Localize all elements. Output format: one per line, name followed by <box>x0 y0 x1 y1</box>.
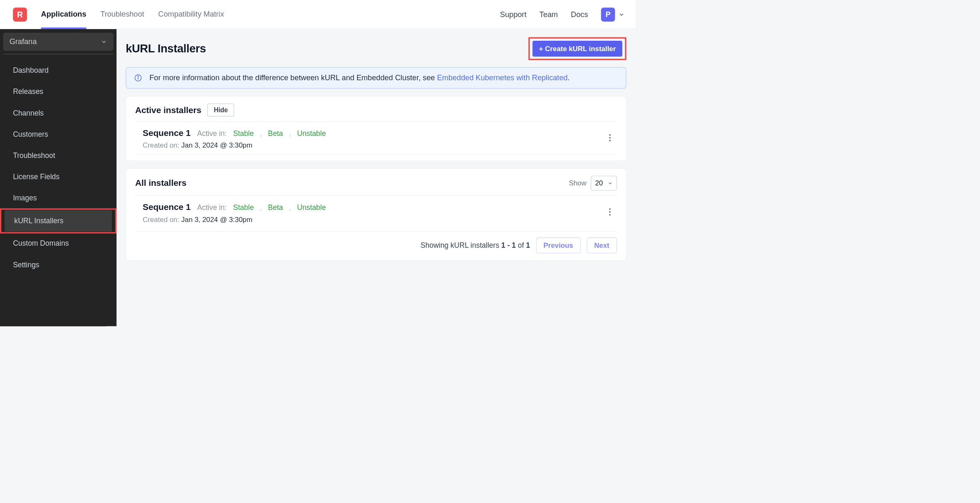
sidebar: Grafana Dashboard Releases Channels Cust… <box>0 29 116 326</box>
created-line: Created on: Jan 3, 2024 @ 3:30pm <box>143 141 326 150</box>
created-line: Created on: Jan 3, 2024 @ 3:30pm <box>143 215 326 224</box>
app-selector-label: Grafana <box>10 37 37 46</box>
chevron-down-icon <box>608 181 613 186</box>
svg-point-5 <box>609 140 611 141</box>
created-label: Created on: <box>143 215 179 223</box>
user-menu[interactable]: P <box>601 7 625 22</box>
channel-stable[interactable]: Stable <box>233 204 254 212</box>
topright-support[interactable]: Support <box>500 10 527 19</box>
installer-row: Sequence 1 Active in: Stable, Beta, Unst… <box>135 127 617 154</box>
card-title: All installers <box>135 178 186 188</box>
page-title: kURL Installers <box>126 42 206 55</box>
all-installers-card: All installers Show 20 Sequence 1 Active… <box>126 168 626 261</box>
highlight-box: + Create kURL installer <box>528 37 626 60</box>
previous-button[interactable]: Previous <box>536 237 581 253</box>
active-installers-card: Active installers Hide Sequence 1 Active… <box>126 96 626 161</box>
card-title: Active installers <box>135 105 201 115</box>
topright-docs[interactable]: Docs <box>571 10 588 19</box>
main: kURL Installers + Create kURL installer … <box>116 29 636 326</box>
show-label: Show <box>569 179 587 187</box>
channel-beta[interactable]: Beta <box>268 204 283 212</box>
channel-unstable[interactable]: Unstable <box>297 129 326 138</box>
info-icon <box>134 74 142 81</box>
logo[interactable]: R <box>13 7 27 22</box>
info-banner: For more information about the differenc… <box>126 67 626 89</box>
divider <box>135 121 617 122</box>
page-size-value: 20 <box>595 179 603 187</box>
topnav: Applications Troubleshoot Compatibility … <box>41 0 224 29</box>
info-text: For more information about the differenc… <box>149 74 569 82</box>
sidebar-item-kurl-installers[interactable]: kURL Installers <box>5 210 112 232</box>
topnav-troubleshoot[interactable]: Troubleshoot <box>100 0 144 29</box>
sequence-name: Sequence 1 <box>143 202 191 212</box>
topbar: R Applications Troubleshoot Compatibilit… <box>0 0 636 29</box>
card-header: Active installers Hide <box>135 104 617 116</box>
svg-point-8 <box>609 214 611 216</box>
topright-team[interactable]: Team <box>539 10 558 19</box>
sidebar-item-license-fields[interactable]: License Fields <box>3 166 114 187</box>
pagination-text: Showing kURL installers 1 - 1 of 1 <box>421 241 530 249</box>
sidebar-item-images[interactable]: Images <box>3 187 114 209</box>
create-kurl-installer-button[interactable]: + Create kURL installer <box>532 41 622 57</box>
kebab-icon <box>609 208 611 216</box>
highlight-box: kURL Installers <box>0 208 116 233</box>
channel-stable[interactable]: Stable <box>233 129 254 138</box>
svg-point-3 <box>609 134 611 136</box>
page-size-select[interactable]: 20 <box>591 176 617 191</box>
svg-point-2 <box>138 76 139 77</box>
info-text-suffix: . <box>568 74 570 82</box>
chevron-down-icon <box>101 39 107 45</box>
svg-point-7 <box>609 211 611 213</box>
row-menu-button[interactable] <box>606 133 614 142</box>
sequence-name: Sequence 1 <box>143 128 191 138</box>
sidebar-item-channels[interactable]: Channels <box>3 102 114 123</box>
card-header: All installers Show 20 <box>135 176 617 191</box>
sidebar-item-settings[interactable]: Settings <box>3 254 114 276</box>
next-button[interactable]: Next <box>587 237 617 253</box>
pagination: Showing kURL installers 1 - 1 of 1 Previ… <box>135 237 617 255</box>
active-in-label: Active in: <box>197 129 227 138</box>
created-value: Jan 3, 2024 @ 3:30pm <box>181 141 252 149</box>
sidebar-item-customers[interactable]: Customers <box>3 124 114 145</box>
row-menu-button[interactable] <box>606 207 614 216</box>
installer-row: Sequence 1 Active in: Stable, Beta, Unst… <box>135 201 617 229</box>
created-value: Jan 3, 2024 @ 3:30pm <box>181 215 252 223</box>
divider <box>135 195 617 196</box>
divider <box>3 54 114 54</box>
app-selector[interactable]: Grafana <box>3 33 114 51</box>
info-text-prefix: For more information about the differenc… <box>149 74 437 82</box>
sidebar-item-releases[interactable]: Releases <box>3 81 114 102</box>
avatar: P <box>601 7 615 22</box>
topnav-compat-matrix[interactable]: Compatibility Matrix <box>158 0 224 29</box>
sidebar-item-troubleshoot[interactable]: Troubleshoot <box>3 145 114 166</box>
sidebar-item-custom-domains[interactable]: Custom Domains <box>3 233 114 254</box>
channel-unstable[interactable]: Unstable <box>297 204 326 212</box>
svg-point-4 <box>609 137 611 138</box>
info-link[interactable]: Embedded Kubernetes with Replicated <box>437 74 568 82</box>
divider <box>135 155 617 155</box>
pagination-prefix: Showing kURL installers <box>421 241 501 249</box>
chevron-down-icon <box>618 11 625 18</box>
channel-beta[interactable]: Beta <box>268 129 283 138</box>
topbar-right: Support Team Docs P <box>500 7 625 22</box>
topbar-left: R Applications Troubleshoot Compatibilit… <box>13 0 224 29</box>
created-label: Created on: <box>143 141 179 149</box>
pagination-range: 1 - 1 <box>501 241 516 249</box>
active-in-label: Active in: <box>197 204 227 212</box>
pagination-total: 1 <box>526 241 530 249</box>
pagination-of: of <box>516 241 526 249</box>
sidebar-item-dashboard[interactable]: Dashboard <box>3 60 114 81</box>
svg-point-6 <box>609 208 611 210</box>
hide-button[interactable]: Hide <box>207 104 234 116</box>
page-header: kURL Installers + Create kURL installer <box>126 37 626 60</box>
topnav-applications[interactable]: Applications <box>41 0 87 29</box>
kebab-icon <box>609 134 611 141</box>
divider <box>135 231 617 232</box>
